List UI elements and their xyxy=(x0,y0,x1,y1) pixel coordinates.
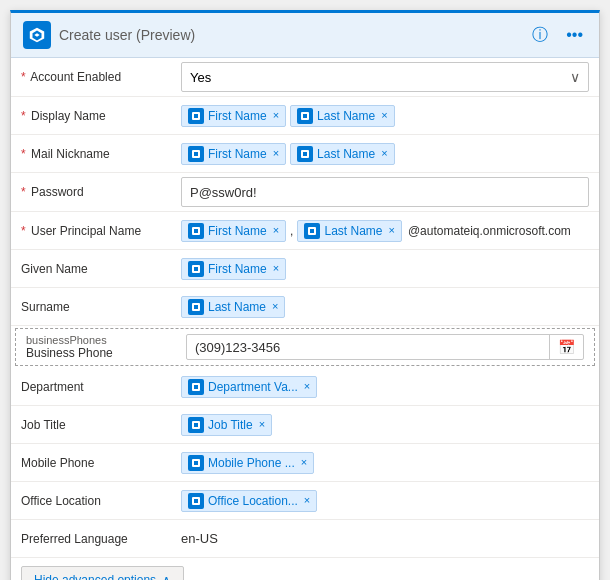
token-remove[interactable]: × xyxy=(273,225,279,236)
business-phone-input[interactable] xyxy=(187,336,549,359)
token-label: First Name xyxy=(208,109,267,123)
token-icon xyxy=(188,417,204,433)
token-icon xyxy=(188,299,204,315)
label-job-title: Job Title xyxy=(21,418,181,432)
calendar-icon-button[interactable]: 📅 xyxy=(549,335,583,359)
row-office-location: Office Location Office Location... × xyxy=(11,482,599,520)
value-preferred-language: en-US xyxy=(181,527,589,550)
token-remove[interactable]: × xyxy=(304,495,310,506)
token-last-name-surname[interactable]: Last Name × xyxy=(181,296,285,318)
token-office-location[interactable]: Office Location... × xyxy=(181,490,317,512)
token-remove[interactable]: × xyxy=(273,148,279,159)
upn-separator: , xyxy=(290,224,293,238)
label-department: Department xyxy=(21,380,181,394)
header-left: Create user (Preview) xyxy=(23,21,195,49)
header-title: Create user (Preview) xyxy=(59,27,195,43)
token-icon xyxy=(188,261,204,277)
token-job-title[interactable]: Job Title × xyxy=(181,414,272,436)
token-first-name-display[interactable]: First Name × xyxy=(181,105,286,127)
token-icon xyxy=(297,108,313,124)
value-mobile-phone: Mobile Phone ... × xyxy=(181,452,589,474)
token-remove[interactable]: × xyxy=(301,457,307,468)
value-department: Department Va... × xyxy=(181,376,589,398)
token-label: Job Title xyxy=(208,418,253,432)
label-top: businessPhones xyxy=(26,334,178,346)
value-account-enabled: Yes ∨ xyxy=(181,62,589,92)
token-label: Office Location... xyxy=(208,494,298,508)
token-icon xyxy=(188,455,204,471)
row-password: * Password xyxy=(11,173,599,212)
token-label: Last Name xyxy=(208,300,266,314)
chevron-up-icon: ∧ xyxy=(162,573,171,580)
token-remove[interactable]: × xyxy=(272,301,278,312)
token-remove[interactable]: × xyxy=(273,110,279,121)
label-given-name: Given Name xyxy=(21,262,181,276)
label-mail-nickname: * Mail Nickname xyxy=(21,147,181,161)
svg-rect-22 xyxy=(194,423,198,427)
chevron-down-icon: ∨ xyxy=(570,69,580,85)
value-surname: Last Name × xyxy=(181,296,589,318)
token-icon xyxy=(188,108,204,124)
token-remove[interactable]: × xyxy=(304,381,310,392)
password-input[interactable] xyxy=(181,177,589,207)
token-first-name-given[interactable]: First Name × xyxy=(181,258,286,280)
token-remove[interactable]: × xyxy=(388,225,394,236)
value-mail-nickname: First Name × Last Name × xyxy=(181,143,589,165)
token-mobile-phone[interactable]: Mobile Phone ... × xyxy=(181,452,314,474)
svg-rect-20 xyxy=(194,385,198,389)
account-enabled-dropdown[interactable]: Yes ∨ xyxy=(181,62,589,92)
svg-rect-6 xyxy=(303,114,307,118)
token-label: First Name xyxy=(208,147,267,161)
more-button[interactable]: ••• xyxy=(562,24,587,46)
value-password xyxy=(181,177,589,207)
value-business-phone: 📅 xyxy=(186,334,584,360)
svg-rect-26 xyxy=(194,499,198,503)
hide-advanced-options-button[interactable]: Hide advanced options ∧ xyxy=(21,566,184,580)
token-label: First Name xyxy=(208,262,267,276)
row-preferred-language: Preferred Language en-US xyxy=(11,520,599,558)
token-label: First Name xyxy=(208,224,267,238)
token-last-name-display[interactable]: Last Name × xyxy=(290,105,394,127)
token-last-name-upn[interactable]: Last Name × xyxy=(297,220,401,242)
row-mobile-phone: Mobile Phone Mobile Phone ... × xyxy=(11,444,599,482)
token-label: Last Name xyxy=(317,147,375,161)
hide-btn-label: Hide advanced options xyxy=(34,573,156,580)
create-user-card: Create user (Preview) ⓘ ••• * Account En… xyxy=(10,10,600,580)
token-remove[interactable]: × xyxy=(259,419,265,430)
row-department: Department Department Va... × xyxy=(11,368,599,406)
value-upn: First Name × , Last Name × @automateiq.o… xyxy=(181,220,589,242)
dropdown-value: Yes xyxy=(190,70,211,85)
label-surname: Surname xyxy=(21,300,181,314)
token-icon xyxy=(188,493,204,509)
form-body: * Account Enabled Yes ∨ * Display Name xyxy=(11,58,599,580)
hide-options-wrapper: Hide advanced options ∧ xyxy=(11,558,599,580)
value-display-name: First Name × Last Name × xyxy=(181,105,589,127)
token-department[interactable]: Department Va... × xyxy=(181,376,317,398)
token-label: Mobile Phone ... xyxy=(208,456,295,470)
label-password: * Password xyxy=(21,185,181,199)
svg-rect-18 xyxy=(194,305,198,309)
svg-rect-10 xyxy=(303,152,307,156)
required-star: * xyxy=(21,147,26,161)
token-remove[interactable]: × xyxy=(273,263,279,274)
token-remove[interactable]: × xyxy=(381,148,387,159)
token-icon xyxy=(188,379,204,395)
svg-rect-12 xyxy=(194,229,198,233)
label-preferred-language: Preferred Language xyxy=(21,532,181,546)
token-label: Department Va... xyxy=(208,380,298,394)
row-mail-nickname: * Mail Nickname First Name × Last Name × xyxy=(11,135,599,173)
required-star: * xyxy=(21,70,26,84)
required-star: * xyxy=(21,185,26,199)
token-first-name-mail[interactable]: First Name × xyxy=(181,143,286,165)
card-header: Create user (Preview) ⓘ ••• xyxy=(11,13,599,58)
token-last-name-mail[interactable]: Last Name × xyxy=(290,143,394,165)
info-button[interactable]: ⓘ xyxy=(528,23,552,48)
label-bottom: Business Phone xyxy=(26,346,178,360)
row-business-phone: businessPhones Business Phone 📅 xyxy=(15,328,595,366)
token-icon xyxy=(188,146,204,162)
email-suffix: @automateiq.onmicrosoft.com xyxy=(408,224,571,238)
token-remove[interactable]: × xyxy=(381,110,387,121)
token-first-name-upn[interactable]: First Name × xyxy=(181,220,286,242)
label-office-location: Office Location xyxy=(21,494,181,508)
svg-rect-24 xyxy=(194,461,198,465)
